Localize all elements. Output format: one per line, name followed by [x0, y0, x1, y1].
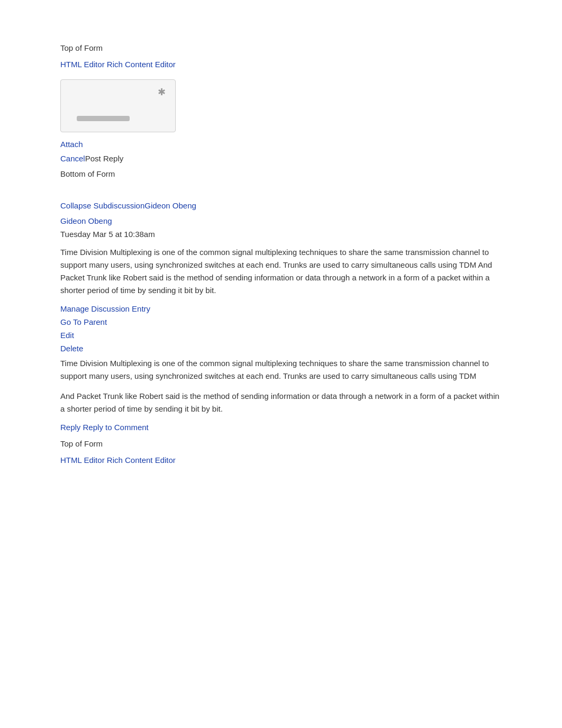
timestamp: Tuesday Mar 5 at 10:38am — [60, 230, 502, 239]
post-reply-text: Post Reply — [85, 154, 124, 163]
go-to-parent-link[interactable]: Go To Parent — [60, 317, 502, 326]
reply-link[interactable]: Reply — [60, 423, 80, 432]
second-html-editor-link[interactable]: HTML Editor Rich Content Editor — [60, 456, 176, 465]
manage-discussion-entry-link[interactable]: Manage Discussion Entry — [60, 304, 502, 313]
attach-link[interactable]: Attach — [60, 140, 83, 149]
reply-to-comment-link[interactable]: Reply to Comment — [83, 423, 149, 432]
bottom-form-label: Bottom of Form — [60, 168, 502, 180]
top-form-section: Top of Form HTML Editor Rich Content Edi… — [60, 42, 502, 180]
body-paragraph-2: Time Division Multiplexing is one of the… — [60, 357, 502, 383]
delete-link[interactable]: Delete — [60, 344, 502, 353]
author-name[interactable]: Gideon Obeng — [60, 216, 502, 225]
edit-link[interactable]: Edit — [60, 331, 502, 340]
subdiscussion-section: Collapse SubdiscussionGideon Obeng Gideo… — [60, 201, 502, 465]
collapse-subdiscussion-link[interactable]: Collapse SubdiscussionGideon Obeng — [60, 201, 196, 210]
editor-thumbnail — [60, 79, 176, 132]
body-paragraph-1: Time Division Multiplexing is one of the… — [60, 246, 502, 297]
body-paragraph-3: And Packet Trunk like Robert said is the… — [60, 390, 502, 415]
second-top-form-label: Top of Form — [60, 438, 502, 450]
html-editor-link[interactable]: HTML Editor Rich Content Editor — [60, 60, 176, 69]
top-form-label: Top of Form — [60, 42, 502, 54]
cancel-link[interactable]: Cancel — [60, 154, 85, 163]
